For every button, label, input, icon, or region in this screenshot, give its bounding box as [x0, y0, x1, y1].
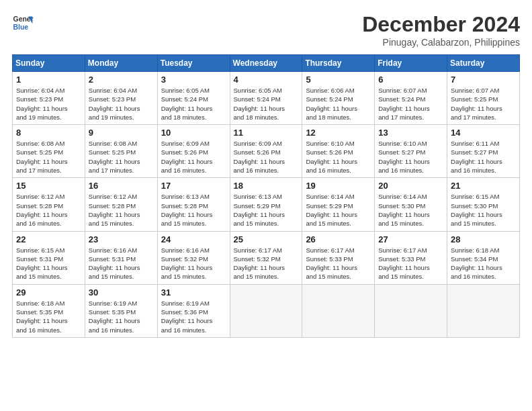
day-number: 1 [16, 75, 81, 85]
day-number: 24 [161, 234, 226, 244]
day-info: Sunrise: 6:10 AM Sunset: 5:26 PM Dayligh… [306, 139, 371, 175]
day-number: 22 [16, 234, 81, 244]
week-row-3: 15Sunrise: 6:12 AM Sunset: 5:28 PM Dayli… [13, 178, 520, 231]
svg-text:Blue: Blue [13, 24, 29, 31]
calendar-cell: 9Sunrise: 6:08 AM Sunset: 5:25 PM Daylig… [85, 125, 157, 178]
calendar-page: General Blue December 2024 Pinugay, Cala… [0, 0, 532, 411]
day-info: Sunrise: 6:04 AM Sunset: 5:23 PM Dayligh… [89, 86, 154, 122]
day-number: 10 [161, 128, 226, 138]
calendar-cell: 18Sunrise: 6:13 AM Sunset: 5:29 PM Dayli… [230, 178, 302, 231]
calendar-cell: 31Sunrise: 6:19 AM Sunset: 5:36 PM Dayli… [157, 284, 230, 337]
calendar-cell: 12Sunrise: 6:10 AM Sunset: 5:26 PM Dayli… [302, 125, 375, 178]
day-number: 27 [378, 234, 443, 244]
col-wednesday: Wednesday [230, 55, 302, 72]
header: General Blue December 2024 Pinugay, Cala… [12, 12, 520, 48]
calendar-cell: 5Sunrise: 6:06 AM Sunset: 5:24 PM Daylig… [302, 72, 375, 125]
day-info: Sunrise: 6:08 AM Sunset: 5:25 PM Dayligh… [89, 139, 154, 175]
day-number: 5 [306, 75, 371, 85]
calendar-cell: 1Sunrise: 6:04 AM Sunset: 5:23 PM Daylig… [13, 72, 85, 125]
calendar-cell: 26Sunrise: 6:17 AM Sunset: 5:33 PM Dayli… [302, 231, 375, 284]
calendar-cell: 17Sunrise: 6:13 AM Sunset: 5:28 PM Dayli… [157, 178, 230, 231]
calendar-cell: 10Sunrise: 6:09 AM Sunset: 5:26 PM Dayli… [157, 125, 230, 178]
col-sunday: Sunday [13, 55, 85, 72]
week-row-5: 29Sunrise: 6:18 AM Sunset: 5:35 PM Dayli… [13, 284, 520, 337]
day-number: 17 [161, 181, 226, 191]
day-info: Sunrise: 6:05 AM Sunset: 5:24 PM Dayligh… [234, 86, 299, 122]
day-number: 8 [16, 128, 81, 138]
day-number: 16 [89, 181, 154, 191]
day-info: Sunrise: 6:06 AM Sunset: 5:24 PM Dayligh… [306, 86, 371, 122]
logo-icon: General Blue [12, 12, 34, 34]
day-number: 26 [306, 234, 371, 244]
day-number: 19 [306, 181, 371, 191]
day-info: Sunrise: 6:12 AM Sunset: 5:28 PM Dayligh… [16, 192, 81, 228]
calendar-cell [375, 284, 447, 337]
week-row-4: 22Sunrise: 6:15 AM Sunset: 5:31 PM Dayli… [13, 231, 520, 284]
col-thursday: Thursday [302, 55, 375, 72]
calendar-cell: 8Sunrise: 6:08 AM Sunset: 5:25 PM Daylig… [13, 125, 85, 178]
header-row: Sunday Monday Tuesday Wednesday Thursday… [13, 55, 520, 72]
calendar-cell: 3Sunrise: 6:05 AM Sunset: 5:24 PM Daylig… [157, 72, 230, 125]
day-info: Sunrise: 6:05 AM Sunset: 5:24 PM Dayligh… [161, 86, 226, 122]
day-number: 9 [89, 128, 154, 138]
calendar-cell [302, 284, 375, 337]
day-number: 28 [451, 234, 516, 244]
calendar-cell: 28Sunrise: 6:18 AM Sunset: 5:34 PM Dayli… [447, 231, 520, 284]
day-info: Sunrise: 6:09 AM Sunset: 5:26 PM Dayligh… [161, 139, 226, 175]
day-info: Sunrise: 6:16 AM Sunset: 5:31 PM Dayligh… [89, 246, 154, 281]
calendar-cell: 4Sunrise: 6:05 AM Sunset: 5:24 PM Daylig… [230, 72, 302, 125]
day-number: 23 [89, 234, 154, 244]
calendar-cell: 30Sunrise: 6:19 AM Sunset: 5:35 PM Dayli… [85, 284, 157, 337]
calendar-cell: 7Sunrise: 6:07 AM Sunset: 5:25 PM Daylig… [447, 72, 520, 125]
day-number: 12 [306, 128, 371, 138]
col-monday: Monday [85, 55, 157, 72]
day-number: 13 [378, 128, 443, 138]
day-info: Sunrise: 6:07 AM Sunset: 5:24 PM Dayligh… [378, 86, 443, 122]
calendar-cell: 15Sunrise: 6:12 AM Sunset: 5:28 PM Dayli… [13, 178, 85, 231]
day-number: 18 [234, 181, 299, 191]
calendar-cell: 19Sunrise: 6:14 AM Sunset: 5:29 PM Dayli… [302, 178, 375, 231]
day-number: 29 [16, 287, 81, 298]
day-number: 31 [161, 287, 226, 298]
day-number: 7 [451, 75, 516, 85]
day-info: Sunrise: 6:04 AM Sunset: 5:23 PM Dayligh… [16, 86, 81, 122]
day-number: 21 [451, 181, 516, 191]
day-info: Sunrise: 6:14 AM Sunset: 5:29 PM Dayligh… [306, 192, 371, 228]
calendar-cell: 25Sunrise: 6:17 AM Sunset: 5:32 PM Dayli… [230, 231, 302, 284]
day-number: 20 [378, 181, 443, 191]
day-number: 11 [234, 128, 299, 138]
day-info: Sunrise: 6:08 AM Sunset: 5:25 PM Dayligh… [16, 139, 81, 175]
calendar-cell: 13Sunrise: 6:10 AM Sunset: 5:27 PM Dayli… [375, 125, 447, 178]
day-number: 15 [16, 181, 81, 191]
day-info: Sunrise: 6:13 AM Sunset: 5:28 PM Dayligh… [161, 192, 226, 228]
day-info: Sunrise: 6:17 AM Sunset: 5:33 PM Dayligh… [378, 246, 443, 281]
day-info: Sunrise: 6:19 AM Sunset: 5:36 PM Dayligh… [161, 299, 226, 334]
day-info: Sunrise: 6:15 AM Sunset: 5:30 PM Dayligh… [451, 192, 516, 228]
day-number: 14 [451, 128, 516, 138]
day-info: Sunrise: 6:14 AM Sunset: 5:30 PM Dayligh… [378, 192, 443, 228]
day-info: Sunrise: 6:13 AM Sunset: 5:29 PM Dayligh… [234, 192, 299, 228]
day-info: Sunrise: 6:19 AM Sunset: 5:35 PM Dayligh… [89, 299, 154, 334]
calendar-cell: 16Sunrise: 6:12 AM Sunset: 5:28 PM Dayli… [85, 178, 157, 231]
calendar-cell: 23Sunrise: 6:16 AM Sunset: 5:31 PM Dayli… [85, 231, 157, 284]
day-number: 25 [234, 234, 299, 244]
calendar-cell: 11Sunrise: 6:09 AM Sunset: 5:26 PM Dayli… [230, 125, 302, 178]
calendar-cell: 27Sunrise: 6:17 AM Sunset: 5:33 PM Dayli… [375, 231, 447, 284]
col-friday: Friday [375, 55, 447, 72]
calendar-cell [230, 284, 302, 337]
calendar-cell: 2Sunrise: 6:04 AM Sunset: 5:23 PM Daylig… [85, 72, 157, 125]
col-tuesday: Tuesday [157, 55, 230, 72]
day-info: Sunrise: 6:10 AM Sunset: 5:27 PM Dayligh… [378, 139, 443, 175]
day-number: 3 [161, 75, 226, 85]
week-row-1: 1Sunrise: 6:04 AM Sunset: 5:23 PM Daylig… [13, 72, 520, 125]
calendar-table: Sunday Monday Tuesday Wednesday Thursday… [12, 54, 520, 338]
day-info: Sunrise: 6:11 AM Sunset: 5:27 PM Dayligh… [451, 139, 516, 175]
calendar-cell: 29Sunrise: 6:18 AM Sunset: 5:35 PM Dayli… [13, 284, 85, 337]
week-row-2: 8Sunrise: 6:08 AM Sunset: 5:25 PM Daylig… [13, 125, 520, 178]
day-info: Sunrise: 6:12 AM Sunset: 5:28 PM Dayligh… [89, 192, 154, 228]
day-info: Sunrise: 6:16 AM Sunset: 5:32 PM Dayligh… [161, 246, 226, 281]
calendar-cell: 20Sunrise: 6:14 AM Sunset: 5:30 PM Dayli… [375, 178, 447, 231]
calendar-cell: 14Sunrise: 6:11 AM Sunset: 5:27 PM Dayli… [447, 125, 520, 178]
day-number: 2 [89, 75, 154, 85]
calendar-cell: 22Sunrise: 6:15 AM Sunset: 5:31 PM Dayli… [13, 231, 85, 284]
